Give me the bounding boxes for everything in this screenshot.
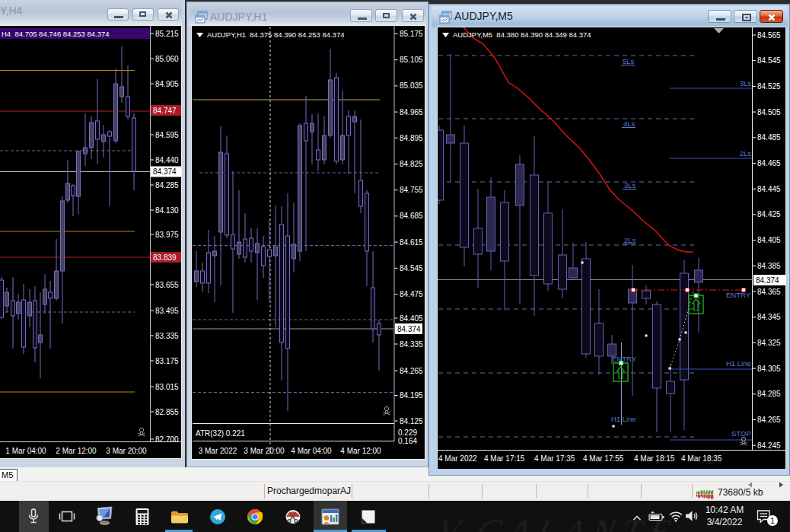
svg-text:83.975: 83.975 <box>155 231 179 239</box>
svg-text:84.615: 84.615 <box>400 238 423 247</box>
svg-text:84.825: 84.825 <box>400 160 423 168</box>
svg-text:84.475: 84.475 <box>400 290 423 298</box>
svg-text:0.164: 0.164 <box>398 437 417 445</box>
svg-text:4 Mar 18:35: 4 Mar 18:35 <box>681 454 722 463</box>
svg-text:83.655: 83.655 <box>155 281 179 289</box>
svg-text:84.405: 84.405 <box>400 314 423 323</box>
svg-text:83.495: 83.495 <box>155 307 179 315</box>
svg-text:83.175: 83.175 <box>155 357 179 365</box>
svg-text:84.685: 84.685 <box>400 212 423 220</box>
svg-text:4Ls: 4Ls <box>623 119 636 128</box>
svg-text:3Ls: 3Ls <box>624 181 636 190</box>
svg-text:84.265: 84.265 <box>400 367 423 375</box>
svg-text:4 Mar 04:00: 4 Mar 04:00 <box>291 447 332 455</box>
svg-text:83.335: 83.335 <box>155 332 179 340</box>
svg-text:83.015: 83.015 <box>155 383 179 391</box>
svg-text:H1 Line: H1 Line <box>611 415 636 423</box>
svg-text:84.385: 84.385 <box>757 262 781 270</box>
svg-text:4 Mar 17:15: 4 Mar 17:15 <box>484 454 525 463</box>
svg-text:84.285: 84.285 <box>757 390 781 398</box>
svg-text:82.855: 82.855 <box>155 408 179 416</box>
svg-text:84.965: 84.965 <box>400 108 423 116</box>
svg-text:4 Mar 17:35: 4 Mar 17:35 <box>534 454 575 463</box>
svg-text:84.895: 84.895 <box>400 134 423 142</box>
svg-text:84.305: 84.305 <box>757 365 781 373</box>
svg-text:4 Mar 17:55: 4 Mar 17:55 <box>583 454 624 463</box>
svg-text:84.325: 84.325 <box>757 339 781 347</box>
svg-text:H1 Line: H1 Line <box>726 359 751 368</box>
svg-text:84.747: 84.747 <box>153 107 177 115</box>
svg-text:85.105: 85.105 <box>400 56 423 64</box>
svg-text:ENTRY: ENTRY <box>612 355 637 363</box>
svg-text:84.565: 84.565 <box>757 31 781 40</box>
svg-text:84.335: 84.335 <box>400 340 423 349</box>
svg-text:83.839: 83.839 <box>153 253 177 262</box>
svg-text:3 Mar 20:00: 3 Mar 20:00 <box>106 447 147 455</box>
svg-text:84.595: 84.595 <box>155 131 179 139</box>
svg-text:84.505: 84.505 <box>757 108 781 116</box>
svg-text:4 Mar 2022: 4 Mar 2022 <box>438 454 477 463</box>
svg-text:85.060: 85.060 <box>155 55 179 63</box>
svg-text:H4 84.705 84.746 84.253 84.37: H4 84.705 84.746 84.253 84.374 <box>2 30 110 38</box>
svg-text:2 Mar 12:00: 2 Mar 12:00 <box>56 447 97 455</box>
svg-text:ENTRY: ENTRY <box>726 291 751 299</box>
svg-text:84.265: 84.265 <box>757 416 781 424</box>
svg-text:STOP: STOP <box>731 429 751 438</box>
svg-text:3 Mar 20:00: 3 Mar 20:00 <box>244 447 285 455</box>
svg-text:4 Mar 12:00: 4 Mar 12:00 <box>340 447 381 455</box>
svg-text:84.905: 84.905 <box>155 80 179 88</box>
svg-text:84.545: 84.545 <box>757 56 781 65</box>
svg-text:82.700: 82.700 <box>155 435 179 444</box>
svg-text:84.465: 84.465 <box>757 159 781 167</box>
svg-text:84.525: 84.525 <box>757 82 781 91</box>
svg-text:84.755: 84.755 <box>400 186 423 194</box>
svg-text:84.285: 84.285 <box>155 181 179 190</box>
svg-text:84.445: 84.445 <box>757 185 781 193</box>
svg-text:5Ls: 5Ls <box>623 57 635 65</box>
svg-text:84.485: 84.485 <box>757 133 781 142</box>
svg-text:84.245: 84.245 <box>757 441 781 450</box>
svg-text:84.440: 84.440 <box>155 156 179 164</box>
svg-text:84.345: 84.345 <box>757 313 781 321</box>
svg-text:2Ls: 2Ls <box>624 236 636 244</box>
svg-text:85.175: 85.175 <box>400 30 423 38</box>
svg-text:2Ls: 2Ls <box>740 149 752 158</box>
svg-text:84.374: 84.374 <box>153 167 177 176</box>
svg-text:84.374: 84.374 <box>397 325 421 333</box>
svg-text:85.035: 85.035 <box>400 81 423 90</box>
svg-text:84.365: 84.365 <box>757 288 781 296</box>
svg-text:1 Mar 04:00: 1 Mar 04:00 <box>5 447 46 455</box>
svg-text:3 Mar 2022: 3 Mar 2022 <box>199 447 237 455</box>
svg-text:84.125: 84.125 <box>400 417 423 425</box>
svg-text:84.405: 84.405 <box>757 236 781 244</box>
svg-text:3Ls: 3Ls <box>740 79 752 88</box>
svg-text:0.229: 0.229 <box>398 428 417 437</box>
svg-text:84.545: 84.545 <box>400 264 423 272</box>
svg-text:AUDJPY,M5 84.380 84.390 84.34: AUDJPY,M5 84.380 84.390 84.349 84.374 <box>453 30 591 39</box>
svg-text:85.215: 85.215 <box>155 30 179 38</box>
svg-text:84.130: 84.130 <box>155 206 179 215</box>
svg-text:84.195: 84.195 <box>400 391 423 400</box>
svg-text:84.425: 84.425 <box>757 210 781 218</box>
svg-text:4 Mar 18:15: 4 Mar 18:15 <box>634 454 675 463</box>
svg-text:AUDJPY,H1 84.375 84.390 84.25: AUDJPY,H1 84.375 84.390 84.253 84.374 <box>207 30 344 39</box>
svg-text:84.374: 84.374 <box>756 276 779 285</box>
svg-text:ATR(32) 0.221: ATR(32) 0.221 <box>196 429 245 438</box>
